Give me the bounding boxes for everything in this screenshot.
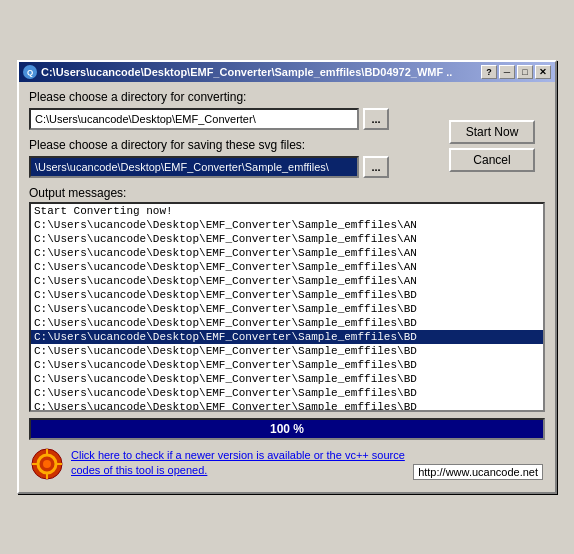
output-line: C:\Users\ucancode\Desktop\EMF_Converter\… (31, 400, 543, 412)
output-line: C:\Users\ucancode\Desktop\EMF_Converter\… (31, 246, 543, 260)
output-line: Start Converting now! (31, 204, 543, 218)
output-line: C:\Users\ucancode\Desktop\EMF_Converter\… (31, 316, 543, 330)
title-bar-text: Q C:\Users\ucancode\Desktop\EMF_Converte… (23, 65, 453, 79)
progress-text: 100 % (270, 422, 304, 436)
footer: Click here to check if a newer version i… (29, 448, 545, 484)
save-input[interactable]: \Users\ucancode\Desktop\EMF_Converter\Sa… (29, 156, 359, 178)
output-area[interactable]: Start Converting now!C:\Users\ucancode\D… (29, 202, 545, 412)
start-now-button[interactable]: Start Now (449, 120, 535, 144)
browse-dir-button[interactable]: ... (363, 108, 389, 130)
dir-label: Please choose a directory for converting… (29, 90, 545, 104)
window-title: C:\Users\ucancode\Desktop\EMF_Converter\… (41, 66, 453, 78)
footer-url[interactable]: http://www.ucancode.net (413, 464, 543, 480)
browse-save-button[interactable]: ... (363, 156, 389, 178)
right-buttons: Start Now Cancel (449, 120, 535, 172)
main-content: Start Now Cancel Please choose a directo… (29, 90, 545, 484)
dir-input[interactable] (29, 108, 359, 130)
window-body: Start Now Cancel Please choose a directo… (19, 82, 555, 492)
main-window: Q C:\Users\ucancode\Desktop\EMF_Converte… (17, 60, 557, 494)
output-line: C:\Users\ucancode\Desktop\EMF_Converter\… (31, 288, 543, 302)
output-line: C:\Users\ucancode\Desktop\EMF_Converter\… (31, 302, 543, 316)
output-label: Output messages: (29, 186, 545, 200)
output-line: C:\Users\ucancode\Desktop\EMF_Converter\… (31, 358, 543, 372)
maximize-button[interactable]: □ (517, 65, 533, 79)
app-icon: Q (23, 65, 37, 79)
progress-bar-container: 100 % (29, 418, 545, 440)
cancel-button[interactable]: Cancel (449, 148, 535, 172)
title-bar-controls: ? ─ □ ✕ (481, 65, 551, 79)
footer-link[interactable]: Click here to check if a newer version i… (71, 448, 405, 479)
output-line: C:\Users\ucancode\Desktop\EMF_Converter\… (31, 386, 543, 400)
footer-icon (31, 448, 63, 480)
svg-point-2 (43, 460, 51, 468)
close-button[interactable]: ✕ (535, 65, 551, 79)
output-line: C:\Users\ucancode\Desktop\EMF_Converter\… (31, 218, 543, 232)
output-line: C:\Users\ucancode\Desktop\EMF_Converter\… (31, 232, 543, 246)
output-line: C:\Users\ucancode\Desktop\EMF_Converter\… (31, 274, 543, 288)
output-line: C:\Users\ucancode\Desktop\EMF_Converter\… (31, 260, 543, 274)
minimize-button[interactable]: ─ (499, 65, 515, 79)
output-line: C:\Users\ucancode\Desktop\EMF_Converter\… (31, 372, 543, 386)
help-button[interactable]: ? (481, 65, 497, 79)
title-bar: Q C:\Users\ucancode\Desktop\EMF_Converte… (19, 62, 555, 82)
output-line: C:\Users\ucancode\Desktop\EMF_Converter\… (31, 330, 543, 344)
output-line: C:\Users\ucancode\Desktop\EMF_Converter\… (31, 344, 543, 358)
